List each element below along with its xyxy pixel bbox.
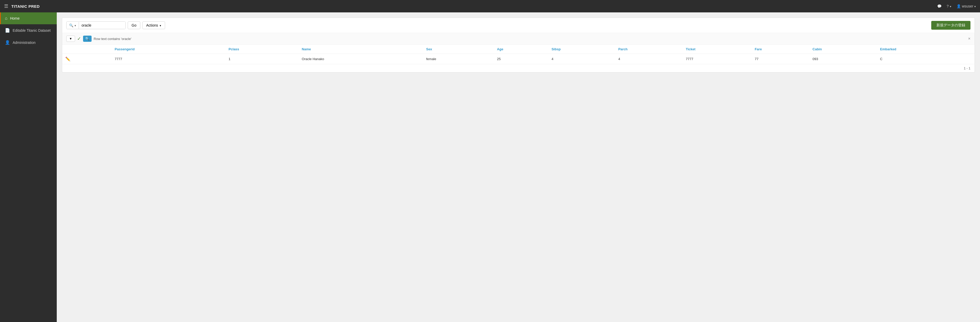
col-header-ticket[interactable]: Ticket: [683, 45, 752, 54]
filter-toggle-button[interactable]: ▼: [66, 36, 75, 42]
search-chevron-icon: [75, 24, 76, 27]
cell-cabin: 093: [810, 54, 877, 64]
filter-text: Row text contains 'oracle': [94, 37, 966, 41]
col-header-parch[interactable]: Parch: [615, 45, 683, 54]
cell-fare: 77: [752, 54, 810, 64]
search-icon: 🔍: [69, 24, 73, 27]
chat-icon[interactable]: 💬: [937, 4, 942, 8]
search-wrapper: 🔍: [66, 21, 126, 29]
go-button[interactable]: Go: [128, 21, 140, 29]
content-area: 🔍 Go Actions 新規データの登録 ▼ ✓ �: [57, 13, 980, 322]
cell-embarked: C: [877, 54, 975, 64]
toolbar: 🔍 Go Actions 新規データの登録: [62, 18, 975, 33]
app-title: TITANIC PRED: [11, 4, 40, 8]
col-header-sibsp[interactable]: Sibsp: [549, 45, 615, 54]
actions-button[interactable]: Actions: [142, 21, 165, 29]
table-row: ✏️ 7777 1 Oracle Hanako female 25 4 4 77…: [62, 54, 975, 64]
col-header-passengerid[interactable]: Passengerid: [112, 45, 226, 54]
col-header-embarked[interactable]: Embarked: [877, 45, 975, 54]
pagination-text: 1 - 1: [964, 66, 970, 70]
cell-sibsp: 4: [549, 54, 615, 64]
sidebar-item-home[interactable]: ⌂ Home: [0, 13, 57, 24]
col-header-pclass[interactable]: Pclass: [226, 45, 299, 54]
col-header-sex[interactable]: Sex: [423, 45, 494, 54]
data-table: Passengerid Pclass Name Sex Age Sibsp Pa…: [62, 45, 975, 64]
filter-search-icon: 🔍: [83, 36, 92, 42]
main-layout: ⌂ Home 📄 Editable Titanic Dataset 👤 Admi…: [0, 13, 980, 322]
edit-cell[interactable]: ✏️: [62, 54, 112, 64]
header-right: 💬 ? 👤 wsuser: [937, 4, 976, 8]
cell-name: Oracle Hanako: [299, 54, 423, 64]
edit-icon[interactable]: ✏️: [65, 57, 70, 61]
hamburger-icon[interactable]: ☰: [4, 3, 8, 9]
sidebar-item-dataset[interactable]: 📄 Editable Titanic Dataset: [0, 24, 57, 37]
cell-age: 25: [494, 54, 548, 64]
col-header-cabin[interactable]: Cabin: [810, 45, 877, 54]
help-icon[interactable]: ?: [947, 4, 951, 8]
pagination-row: 1 - 1: [62, 64, 975, 72]
filter-check-icon: ✓: [77, 36, 81, 41]
filter-clear-button[interactable]: ×: [968, 37, 970, 41]
search-input[interactable]: [79, 22, 126, 29]
register-button[interactable]: 新規データの登録: [931, 21, 970, 30]
col-header-age[interactable]: Age: [494, 45, 548, 54]
cell-pclass: 1: [226, 54, 299, 64]
cell-ticket: 7777: [683, 54, 752, 64]
header-left: ☰ TITANIC PRED: [4, 3, 40, 9]
sidebar-item-admin[interactable]: 👤 Administration: [0, 37, 57, 48]
toolbar-left: 🔍 Go Actions: [66, 21, 165, 29]
filter-row: ▼ ✓ 🔍 Row text contains 'oracle' ×: [62, 33, 975, 45]
sidebar-item-label: Administration: [13, 40, 36, 45]
cell-parch: 4: [615, 54, 683, 64]
user-menu[interactable]: 👤 wsuser: [956, 4, 976, 8]
admin-icon: 👤: [5, 40, 10, 45]
search-dropdown-btn[interactable]: 🔍: [67, 22, 79, 29]
col-header-fare[interactable]: Fare: [752, 45, 810, 54]
help-chevron-icon: [950, 4, 951, 8]
sidebar: ⌂ Home 📄 Editable Titanic Dataset 👤 Admi…: [0, 13, 57, 322]
cell-passengerid: 7777: [112, 54, 226, 64]
actions-chevron-icon: [160, 23, 161, 27]
sidebar-item-label: Editable Titanic Dataset: [13, 29, 51, 32]
top-header: ☰ TITANIC PRED 💬 ? 👤 wsuser: [0, 0, 980, 13]
cell-sex: female: [423, 54, 494, 64]
table-container: 🔍 Go Actions 新規データの登録 ▼ ✓ �: [62, 18, 975, 72]
table-header-row: Passengerid Pclass Name Sex Age Sibsp Pa…: [62, 45, 975, 54]
sidebar-item-label: Home: [10, 16, 20, 21]
col-header-edit: [62, 45, 112, 54]
col-header-name[interactable]: Name: [299, 45, 423, 54]
dataset-icon: 📄: [5, 28, 10, 33]
home-icon: ⌂: [5, 16, 8, 21]
user-chevron-icon: [974, 4, 976, 8]
